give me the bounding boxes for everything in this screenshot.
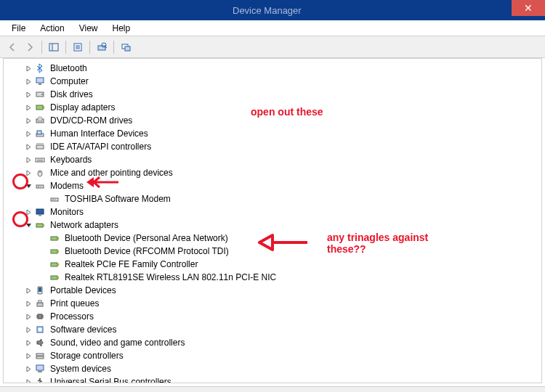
toolbar-separator xyxy=(89,41,90,54)
toolbar-separator xyxy=(41,41,42,54)
expand-icon[interactable] xyxy=(24,364,33,373)
tree-node-net-realtek-wifi[interactable]: Realtek RTL8191SE Wireless LAN 802.11n P… xyxy=(23,271,537,284)
expand-icon[interactable] xyxy=(24,351,33,360)
expand-icon[interactable] xyxy=(24,377,33,383)
tree-node-net-bt-pan[interactable]: Bluetooth Device (Personal Area Network) xyxy=(23,232,537,245)
svg-rect-11 xyxy=(36,78,44,83)
tree-node-processors[interactable]: Processors xyxy=(8,310,537,323)
network-adapter-icon xyxy=(49,232,60,244)
node-label: Bluetooth xyxy=(49,63,89,73)
svg-rect-22 xyxy=(36,145,44,149)
tree-node-monitors[interactable]: Monitors xyxy=(8,205,537,219)
window-title: Device Manager xyxy=(233,5,302,16)
node-label: Computer xyxy=(49,76,90,86)
expand-icon[interactable] xyxy=(24,325,33,334)
node-label: Modems xyxy=(49,181,85,191)
menu-action[interactable]: Action xyxy=(33,22,71,35)
svg-rect-51 xyxy=(38,314,42,319)
expand-icon[interactable] xyxy=(24,90,33,99)
expand-icon[interactable] xyxy=(24,155,33,164)
node-label: Realtek PCIe FE Family Controller xyxy=(63,259,199,269)
tree-node-sound[interactable]: Sound, video and game controllers xyxy=(8,336,537,349)
expand-icon[interactable] xyxy=(24,116,33,125)
properties-icon xyxy=(73,42,83,52)
keyboard-icon xyxy=(34,154,46,166)
tree-node-print-queues[interactable]: Print queues xyxy=(8,297,537,310)
tree-node-portable[interactable]: Portable Devices xyxy=(8,284,537,297)
expand-icon[interactable] xyxy=(24,142,33,151)
menu-file[interactable]: File xyxy=(4,22,33,35)
tree-node-dvd[interactable]: DVD/CD-ROM drives xyxy=(8,114,537,127)
processor-icon xyxy=(34,311,46,322)
tree-node-mice[interactable]: Mice and other pointing devices xyxy=(8,166,537,179)
node-label: Bluetooth Device (RFCOMM Protocol TDI) xyxy=(63,246,230,256)
expand-icon[interactable] xyxy=(24,312,33,321)
expand-icon[interactable] xyxy=(24,64,33,73)
tree-node-modems[interactable]: Modems xyxy=(8,179,537,192)
scan-hardware-button[interactable] xyxy=(94,39,110,55)
expand-icon[interactable] xyxy=(24,286,33,295)
system-device-icon xyxy=(34,363,46,375)
expand-icon[interactable] xyxy=(24,338,33,347)
collapse-icon[interactable] xyxy=(24,221,33,229)
svg-point-34 xyxy=(54,199,56,200)
svg-point-14 xyxy=(41,94,43,95)
svg-rect-45 xyxy=(51,276,57,279)
svg-rect-21 xyxy=(37,131,41,134)
node-label: Network adapters xyxy=(49,220,120,230)
network-adapter-icon xyxy=(49,271,60,283)
tree-node-software-devices[interactable]: Software devices xyxy=(8,323,537,336)
expand-icon[interactable] xyxy=(24,77,33,86)
expand-icon[interactable] xyxy=(24,103,33,112)
node-label: Human Interface Devices xyxy=(49,128,150,139)
tree-node-keyboards[interactable]: Keyboards xyxy=(8,153,537,166)
tree-node-hid[interactable]: Human Interface Devices xyxy=(8,127,537,140)
expand-icon[interactable] xyxy=(24,208,33,216)
svg-rect-15 xyxy=(36,105,43,110)
bluetooth-icon xyxy=(34,62,46,74)
tree-node-disk-drives[interactable]: Disk drives xyxy=(8,88,537,101)
tree-node-system[interactable]: System devices xyxy=(8,362,537,375)
device-tree-pane[interactable]: Bluetooth Computer Disk drives Display a… xyxy=(3,58,542,383)
svg-rect-36 xyxy=(39,215,41,216)
properties-button[interactable] xyxy=(70,39,86,55)
tree-node-net-realtek-fe[interactable]: Realtek PCIe FE Family Controller xyxy=(23,258,537,271)
svg-rect-49 xyxy=(37,303,43,306)
node-label: Software devices xyxy=(49,324,118,335)
show-hide-tree-button[interactable] xyxy=(46,39,62,55)
tree-node-bluetooth[interactable]: Bluetooth xyxy=(8,62,537,75)
tree-node-usb[interactable]: Universal Serial Bus controllers xyxy=(8,375,537,383)
close-icon: ✕ xyxy=(524,2,533,14)
storage-controller-icon xyxy=(34,350,46,362)
expand-icon[interactable] xyxy=(24,299,33,308)
svg-rect-39 xyxy=(51,237,57,240)
menu-help[interactable]: Help xyxy=(105,22,138,35)
expand-icon[interactable] xyxy=(24,129,33,138)
tree-node-display-adapters[interactable]: Display adapters xyxy=(8,101,537,114)
arrow-left-icon xyxy=(7,42,17,52)
hid-icon xyxy=(34,128,46,139)
tree-node-storage[interactable]: Storage controllers xyxy=(8,349,537,362)
collapse-icon[interactable] xyxy=(24,181,33,190)
svg-rect-12 xyxy=(39,83,41,85)
node-label: DVD/CD-ROM drives xyxy=(49,115,134,126)
tree-node-network[interactable]: Network adapters xyxy=(8,219,537,232)
expand-icon[interactable] xyxy=(24,168,33,177)
node-label: Bluetooth Device (Personal Area Network) xyxy=(63,233,230,243)
devices-printers-button[interactable] xyxy=(118,39,134,55)
svg-rect-41 xyxy=(51,250,57,253)
scan-icon xyxy=(97,42,107,52)
menu-view[interactable]: View xyxy=(72,22,105,35)
tree-node-computer[interactable]: Computer xyxy=(8,75,537,88)
close-button[interactable]: ✕ xyxy=(512,0,545,16)
node-label: Portable Devices xyxy=(49,285,118,295)
nav-back-button[interactable] xyxy=(4,39,20,55)
devices-icon xyxy=(121,42,131,52)
svg-point-30 xyxy=(38,186,39,187)
modem-icon xyxy=(49,193,60,205)
tree-node-ide[interactable]: IDE ATA/ATAPI controllers xyxy=(8,140,537,153)
nav-forward-button[interactable] xyxy=(22,39,38,55)
node-label: IDE ATA/ATAPI controllers xyxy=(49,142,153,152)
tree-node-net-bt-rfcomm[interactable]: Bluetooth Device (RFCOMM Protocol TDI) xyxy=(23,245,537,258)
tree-node-modem-toshiba[interactable]: TOSHIBA Software Modem xyxy=(23,192,537,205)
